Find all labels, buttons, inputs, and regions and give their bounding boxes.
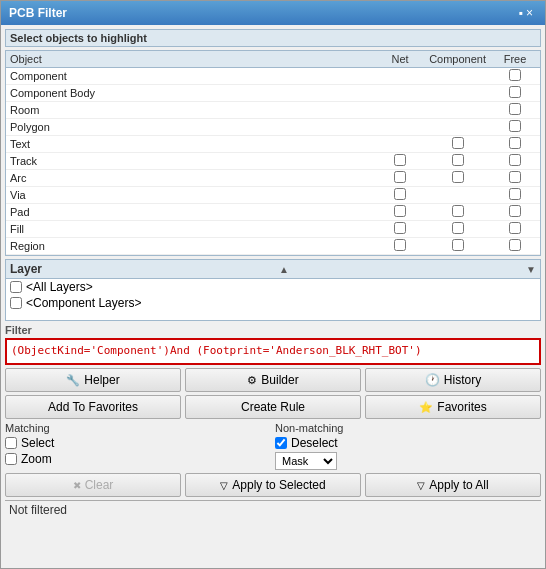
- free-cell: [490, 85, 540, 102]
- nonmatching-label: Non-matching: [275, 422, 541, 434]
- net-cell: [375, 204, 425, 221]
- mask-dropdown[interactable]: Mask Dim Normal: [275, 452, 337, 470]
- col-free: Free: [490, 51, 540, 68]
- net-cell: [375, 136, 425, 153]
- net-checkbox[interactable]: [394, 154, 406, 166]
- component-checkbox[interactable]: [452, 171, 464, 183]
- free-checkbox[interactable]: [509, 239, 521, 251]
- layer-scroll-up[interactable]: ▲: [279, 264, 289, 275]
- free-cell: [490, 153, 540, 170]
- apply-to-all-button[interactable]: Apply to All: [365, 473, 541, 497]
- free-cell: [490, 102, 540, 119]
- status-bar: Not filtered: [5, 500, 541, 519]
- status-text: Not filtered: [9, 503, 67, 517]
- button-row-2: Add To Favorites Create Rule Favorites: [5, 395, 541, 419]
- zoom-checkbox[interactable]: [5, 453, 17, 465]
- builder-button[interactable]: Builder: [185, 368, 361, 392]
- component-checkbox[interactable]: [452, 239, 464, 251]
- component-cell: [425, 238, 490, 255]
- object-table-container: Object Net Component Free ComponentCompo…: [5, 50, 541, 256]
- layer-checkbox[interactable]: [10, 297, 22, 309]
- table-row: Via: [6, 187, 540, 204]
- component-cell: [425, 85, 490, 102]
- free-cell: [490, 119, 540, 136]
- window-title: PCB Filter: [9, 6, 67, 20]
- free-checkbox[interactable]: [509, 205, 521, 217]
- layer-item-label: <Component Layers>: [26, 296, 141, 310]
- object-name-cell: Component Body: [6, 85, 375, 102]
- free-cell: [490, 170, 540, 187]
- free-cell: [490, 221, 540, 238]
- favorites-button[interactable]: Favorites: [365, 395, 541, 419]
- filter-value[interactable]: (ObjectKind='Component')And (Footprint='…: [5, 338, 541, 365]
- deselect-label: Deselect: [291, 436, 338, 450]
- layer-item[interactable]: <All Layers>: [6, 279, 540, 295]
- col-object: Object: [6, 51, 375, 68]
- free-checkbox[interactable]: [509, 69, 521, 81]
- component-cell: [425, 153, 490, 170]
- table-row: Room: [6, 102, 540, 119]
- object-name-cell: Via: [6, 187, 375, 204]
- col-component: Component: [425, 51, 490, 68]
- free-checkbox[interactable]: [509, 188, 521, 200]
- select-checkbox[interactable]: [5, 437, 17, 449]
- filter-label: Filter: [5, 324, 541, 336]
- net-cell: [375, 68, 425, 85]
- free-checkbox[interactable]: [509, 171, 521, 183]
- net-checkbox[interactable]: [394, 239, 406, 251]
- free-checkbox[interactable]: [509, 103, 521, 115]
- net-checkbox[interactable]: [394, 222, 406, 234]
- bottom-button-row: Clear Apply to Selected Apply to All: [5, 473, 541, 497]
- layer-scroll-down[interactable]: ▼: [526, 264, 536, 275]
- matching-nonmatching-row: Matching Select Zoom Non-matching Desele…: [5, 422, 541, 470]
- favorites-star-icon: [419, 400, 433, 414]
- object-name-cell: Polygon: [6, 119, 375, 136]
- layer-checkbox[interactable]: [10, 281, 22, 293]
- history-button[interactable]: History: [365, 368, 541, 392]
- component-checkbox[interactable]: [452, 154, 464, 166]
- net-cell: [375, 102, 425, 119]
- object-name-cell: Pad: [6, 204, 375, 221]
- clear-button[interactable]: Clear: [5, 473, 181, 497]
- object-name-cell: Room: [6, 102, 375, 119]
- filter-section: Filter (ObjectKind='Component')And (Foot…: [5, 324, 541, 365]
- component-checkbox[interactable]: [452, 222, 464, 234]
- helper-button[interactable]: Helper: [5, 368, 181, 392]
- free-checkbox[interactable]: [509, 86, 521, 98]
- add-to-favorites-button[interactable]: Add To Favorites: [5, 395, 181, 419]
- title-bar-controls: ▪ ×: [514, 7, 537, 19]
- net-cell: [375, 153, 425, 170]
- matching-label: Matching: [5, 422, 271, 434]
- clear-icon: [73, 478, 81, 492]
- object-table: Object Net Component Free ComponentCompo…: [6, 51, 540, 255]
- apply-selected-icon: [220, 478, 228, 492]
- free-checkbox[interactable]: [509, 222, 521, 234]
- net-cell: [375, 170, 425, 187]
- net-checkbox[interactable]: [394, 205, 406, 217]
- component-checkbox[interactable]: [452, 205, 464, 217]
- free-checkbox[interactable]: [509, 137, 521, 149]
- component-cell: [425, 204, 490, 221]
- title-bar: PCB Filter ▪ ×: [1, 1, 545, 25]
- zoom-label: Zoom: [21, 452, 52, 466]
- object-name-cell: Component: [6, 68, 375, 85]
- layer-item[interactable]: <Component Layers>: [6, 295, 540, 311]
- table-row: Fill: [6, 221, 540, 238]
- object-name-cell: Arc: [6, 170, 375, 187]
- deselect-checkbox[interactable]: [275, 437, 287, 449]
- free-cell: [490, 204, 540, 221]
- free-cell: [490, 187, 540, 204]
- net-checkbox[interactable]: [394, 188, 406, 200]
- pin-button[interactable]: ▪ ×: [514, 7, 537, 19]
- net-checkbox[interactable]: [394, 171, 406, 183]
- create-rule-button[interactable]: Create Rule: [185, 395, 361, 419]
- free-checkbox[interactable]: [509, 120, 521, 132]
- table-row: Component Body: [6, 85, 540, 102]
- net-cell: [375, 119, 425, 136]
- free-checkbox[interactable]: [509, 154, 521, 166]
- col-net: Net: [375, 51, 425, 68]
- apply-to-selected-button[interactable]: Apply to Selected: [185, 473, 361, 497]
- component-checkbox[interactable]: [452, 137, 464, 149]
- component-cell: [425, 102, 490, 119]
- net-cell: [375, 221, 425, 238]
